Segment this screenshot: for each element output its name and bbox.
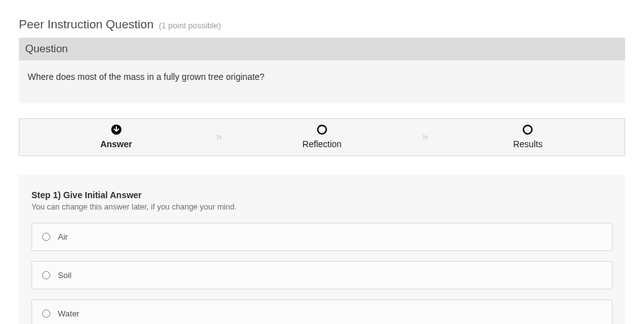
- page: Peer Instruction Question (1 point possi…: [0, 0, 644, 324]
- step-results[interactable]: Results: [431, 124, 625, 149]
- svg-point-1: [318, 125, 326, 134]
- circle-outline-icon: [522, 124, 533, 135]
- step-label: Results: [431, 139, 625, 149]
- choice-radio[interactable]: [42, 271, 50, 279]
- choice-label: Water: [58, 309, 79, 318]
- title-row: Peer Instruction Question (1 point possi…: [19, 18, 625, 31]
- circle-down-arrow-icon: [111, 124, 122, 135]
- question-block: Question Where does most of the mass in …: [19, 38, 625, 103]
- chevron-right-icon: »: [213, 130, 225, 143]
- question-text: Where does most of the mass in a fully g…: [19, 60, 625, 103]
- step-label: Reflection: [225, 139, 418, 149]
- step-reflection[interactable]: Reflection: [225, 124, 418, 149]
- step-answer[interactable]: Answer: [19, 124, 213, 149]
- choice-radio[interactable]: [42, 233, 50, 241]
- choice-radio[interactable]: [42, 310, 50, 318]
- points-possible: (1 point possible): [158, 21, 221, 30]
- question-section-label: Question: [19, 38, 625, 60]
- stepper: Answer » Reflection » Results: [19, 118, 625, 156]
- answer-panel: Step 1) Give Initial Answer You can chan…: [19, 175, 625, 324]
- choice-option[interactable]: Air: [31, 223, 613, 251]
- step-label: Answer: [19, 139, 213, 149]
- choice-label: Soil: [58, 271, 72, 280]
- circle-outline-icon: [316, 124, 328, 135]
- choice-label: Air: [58, 232, 68, 242]
- choice-option[interactable]: Water: [31, 299, 613, 324]
- chevron-right-icon: »: [419, 130, 431, 143]
- svg-point-2: [524, 125, 533, 134]
- step-title: Step 1) Give Initial Answer: [31, 190, 613, 200]
- step-hint: You can change this answer later, if you…: [31, 203, 613, 211]
- page-title: Peer Instruction Question: [19, 18, 153, 31]
- choice-option[interactable]: Soil: [31, 261, 613, 289]
